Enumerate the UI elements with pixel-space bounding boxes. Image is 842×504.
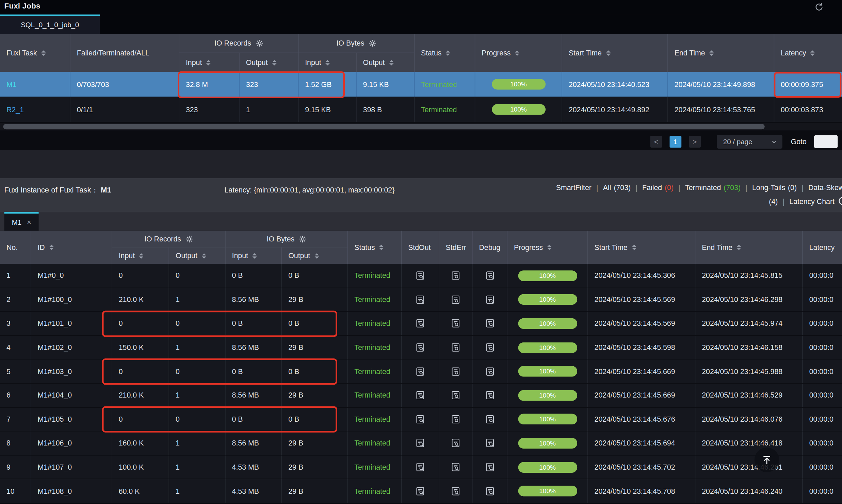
col-header-status[interactable]: Status [414,34,474,72]
sort-icon[interactable] [446,50,450,56]
instance-row[interactable]: 1M1#0_0000 B0 BTerminated100%2024/05/10 … [0,264,842,288]
debug-log-icon[interactable] [485,271,495,281]
fuxi-task-row[interactable]: R2_10/1/132319.15 KB398 BTerminated100%2… [0,97,842,122]
sort-icon[interactable] [379,245,384,250]
stdout-log-icon[interactable] [415,366,425,376]
stdout-log-icon[interactable] [415,438,425,448]
goto-page-input[interactable] [814,135,838,148]
tab-instance-m1[interactable]: M1 × [4,212,39,231]
sort-icon[interactable] [49,245,53,250]
fuxi-task-link[interactable]: M1 [6,80,17,88]
stdout-log-icon[interactable] [415,414,425,424]
debug-log-icon[interactable] [485,414,495,424]
col-header-io-bytes-output[interactable]: Output [281,247,347,264]
stdout-log-icon[interactable] [415,295,425,305]
col-header-id[interactable]: ID [31,231,112,264]
filter-all[interactable]: All(703) [603,184,631,192]
sort-icon[interactable] [810,50,815,56]
filter-4[interactable]: (4) [769,198,778,206]
stderr-log-icon[interactable] [451,438,461,448]
filter-data-skews[interactable]: Data-Skews [808,184,842,192]
debug-log-icon[interactable] [485,390,495,400]
stdout-log-icon[interactable] [415,342,425,353]
stdout-log-icon[interactable] [415,271,425,281]
stdout-log-icon[interactable] [415,462,425,472]
sort-icon[interactable] [314,253,319,258]
col-header-io-records-input[interactable]: Input [179,53,239,72]
col-header-start-time[interactable]: Start Time [587,231,695,264]
stderr-log-icon[interactable] [451,414,461,424]
debug-log-icon[interactable] [485,486,495,496]
latency-chart-icon[interactable] [838,196,842,205]
col-header-failed-terminated-all[interactable]: Failed/Terminated/ALL [70,34,179,72]
col-header-latency[interactable]: Latency [774,34,842,72]
debug-log-icon[interactable] [485,462,495,472]
fuxi-task-link[interactable]: R2_1 [6,105,24,114]
sort-icon[interactable] [202,253,206,258]
instance-row[interactable]: 5M1#103_0000 B0 BTerminated100%2024/05/1… [0,360,842,384]
instance-row[interactable]: 10M1#108_060.0 K14.53 MB29 BTerminated10… [0,480,842,503]
stderr-log-icon[interactable] [451,295,461,305]
instance-row[interactable]: 3M1#101_0000 B0 BTerminated100%2024/05/1… [0,312,842,336]
instance-row[interactable]: 6M1#104_0210.0 K18.56 MB29 BTerminated10… [0,384,842,407]
fuxi-task-row[interactable]: M10/703/70332.8 M3231.52 GB9.15 KBTermin… [0,72,842,97]
col-header-io-bytes-input[interactable]: Input [298,53,356,72]
debug-log-icon[interactable] [485,295,495,305]
stderr-log-icon[interactable] [451,366,461,376]
sort-icon[interactable] [547,245,552,250]
stdout-log-icon[interactable] [415,486,425,496]
sort-icon[interactable] [515,50,519,56]
sort-icon[interactable] [737,245,741,250]
filter-terminated[interactable]: Terminated(703) [685,184,741,192]
instance-row[interactable]: 4M1#102_0150.0 K18.56 MB29 BTerminated10… [0,336,842,359]
sort-icon[interactable] [325,60,330,65]
col-header-io-bytes-output[interactable]: Output [356,53,414,72]
back-to-top-button[interactable] [755,448,779,472]
debug-log-icon[interactable] [485,366,495,376]
col-header-progress[interactable]: Progress [475,34,562,72]
col-header-progress[interactable]: Progress [507,231,587,264]
stdout-log-icon[interactable] [415,318,425,329]
debug-log-icon[interactable] [485,342,495,353]
gear-icon[interactable] [299,235,306,242]
instance-row[interactable]: 2M1#100_0210.0 K18.56 MB29 BTerminated10… [0,288,842,312]
page-size-select[interactable]: 20 / page [717,135,782,149]
col-header-io-records-output[interactable]: Output [239,53,298,72]
stderr-log-icon[interactable] [451,486,461,496]
instance-row[interactable]: 7M1#105_0000 B0 BTerminated100%2024/05/1… [0,407,842,431]
sort-icon[interactable] [389,60,393,65]
stderr-log-icon[interactable] [451,390,461,400]
refresh-icon[interactable] [814,2,824,12]
col-header-end-time[interactable]: End Time [695,231,803,264]
tab-sql-job[interactable]: SQL_0_1_0_job_0 [0,15,100,34]
gear-icon[interactable] [369,40,376,47]
col-header-debug[interactable]: Debug [472,231,507,264]
stderr-log-icon[interactable] [451,318,461,329]
sort-icon[interactable] [253,253,257,258]
col-header-end-time[interactable]: End Time [667,34,774,72]
sort-icon[interactable] [272,60,276,65]
col-header-status[interactable]: Status [347,231,401,264]
sort-icon[interactable] [606,50,611,56]
sort-icon[interactable] [632,245,636,250]
next-page-button[interactable]: > [689,136,701,148]
col-header-no[interactable]: No. [0,231,31,264]
col-header-fuxi-task[interactable]: Fuxi Task [0,34,70,72]
instance-row[interactable]: 8M1#106_0160.0 K18.56 MB29 BTerminated10… [0,432,842,455]
col-header-start-time[interactable]: Start Time [562,34,667,72]
filter-latency-chart[interactable]: Latency Chart [789,198,842,206]
stderr-log-icon[interactable] [451,342,461,353]
current-page-button[interactable]: 1 [669,136,681,148]
col-header-stderr[interactable]: StdErr [439,231,472,264]
filter-smartfilter[interactable]: SmartFilter [556,184,592,192]
sort-icon[interactable] [206,60,211,65]
sort-icon[interactable] [709,50,714,56]
col-header-io-bytes-input[interactable]: Input [225,247,281,264]
stderr-log-icon[interactable] [451,271,461,281]
instance-row[interactable]: 9M1#107_0100.0 K14.53 MB29 BTerminated10… [0,455,842,479]
col-header-stdout[interactable]: StdOut [401,231,439,264]
col-header-latency[interactable]: Latency [802,231,842,264]
sort-icon[interactable] [41,50,46,56]
debug-log-icon[interactable] [485,438,495,448]
stderr-log-icon[interactable] [451,462,461,472]
